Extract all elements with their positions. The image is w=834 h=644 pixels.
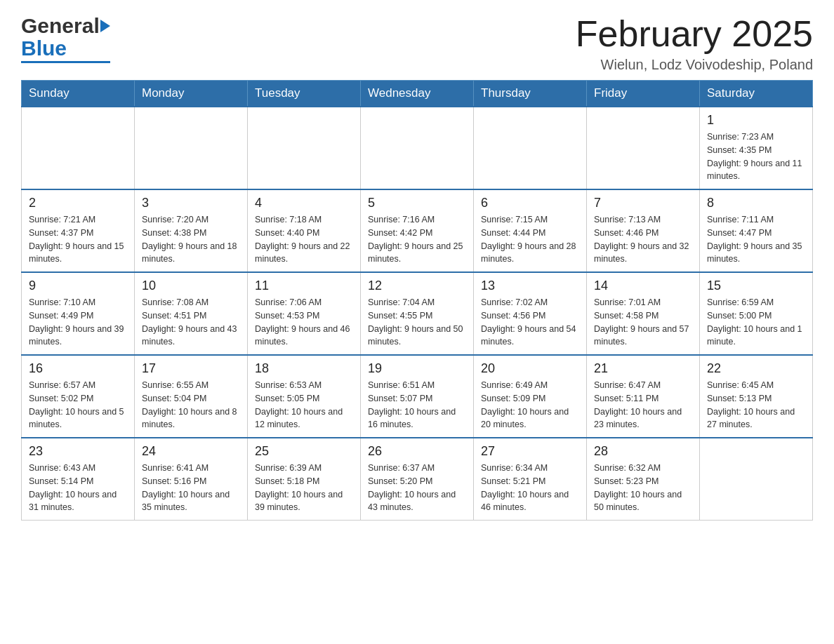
day-number: 13 bbox=[481, 279, 579, 293]
logo-general-text: General bbox=[21, 14, 100, 38]
calendar-day-cell: 3Sunrise: 7:20 AM Sunset: 4:38 PM Daylig… bbox=[135, 189, 248, 272]
month-title: February 2025 bbox=[576, 14, 813, 54]
day-info: Sunrise: 6:45 AM Sunset: 5:13 PM Dayligh… bbox=[707, 379, 805, 431]
day-number: 2 bbox=[29, 196, 127, 210]
calendar-day-cell bbox=[587, 107, 700, 189]
day-info: Sunrise: 7:04 AM Sunset: 4:55 PM Dayligh… bbox=[368, 296, 466, 349]
day-of-week-header: Thursday bbox=[474, 81, 587, 107]
day-of-week-header: Sunday bbox=[22, 81, 135, 107]
day-of-week-header: Friday bbox=[587, 81, 700, 107]
day-info: Sunrise: 7:13 AM Sunset: 4:46 PM Dayligh… bbox=[594, 213, 692, 266]
day-info: Sunrise: 6:39 AM Sunset: 5:18 PM Dayligh… bbox=[255, 462, 353, 514]
calendar-day-cell bbox=[22, 107, 135, 189]
calendar-day-cell: 12Sunrise: 7:04 AM Sunset: 4:55 PM Dayli… bbox=[361, 272, 474, 355]
calendar-day-cell: 11Sunrise: 7:06 AM Sunset: 4:53 PM Dayli… bbox=[248, 272, 361, 355]
day-info: Sunrise: 6:37 AM Sunset: 5:20 PM Dayligh… bbox=[368, 462, 466, 514]
day-number: 17 bbox=[142, 361, 240, 376]
day-number: 20 bbox=[481, 361, 579, 376]
day-number: 6 bbox=[481, 196, 579, 210]
day-info: Sunrise: 7:20 AM Sunset: 4:38 PM Dayligh… bbox=[142, 213, 240, 266]
day-number: 15 bbox=[707, 279, 805, 293]
calendar-day-cell: 23Sunrise: 6:43 AM Sunset: 5:14 PM Dayli… bbox=[22, 438, 135, 521]
calendar-day-cell: 9Sunrise: 7:10 AM Sunset: 4:49 PM Daylig… bbox=[22, 272, 135, 355]
day-number: 11 bbox=[255, 279, 353, 293]
calendar-day-cell: 15Sunrise: 6:59 AM Sunset: 5:00 PM Dayli… bbox=[700, 272, 813, 355]
calendar-day-cell: 19Sunrise: 6:51 AM Sunset: 5:07 PM Dayli… bbox=[361, 355, 474, 438]
logo-triangle-icon bbox=[100, 20, 110, 32]
calendar-week-row: 1Sunrise: 7:23 AM Sunset: 4:35 PM Daylig… bbox=[22, 107, 813, 189]
day-info: Sunrise: 7:06 AM Sunset: 4:53 PM Dayligh… bbox=[255, 296, 353, 349]
calendar-day-cell: 20Sunrise: 6:49 AM Sunset: 5:09 PM Dayli… bbox=[474, 355, 587, 438]
calendar-day-cell: 1Sunrise: 7:23 AM Sunset: 4:35 PM Daylig… bbox=[700, 107, 813, 189]
day-info: Sunrise: 7:18 AM Sunset: 4:40 PM Dayligh… bbox=[255, 213, 353, 266]
calendar-day-cell: 6Sunrise: 7:15 AM Sunset: 4:44 PM Daylig… bbox=[474, 189, 587, 272]
day-number: 14 bbox=[594, 279, 692, 293]
day-info: Sunrise: 7:01 AM Sunset: 4:58 PM Dayligh… bbox=[594, 296, 692, 349]
day-number: 16 bbox=[29, 361, 127, 376]
calendar-header-row: SundayMondayTuesdayWednesdayThursdayFrid… bbox=[22, 81, 813, 107]
page-header: General Blue February 2025 Wielun, Lodz … bbox=[21, 14, 813, 73]
calendar-week-row: 9Sunrise: 7:10 AM Sunset: 4:49 PM Daylig… bbox=[22, 272, 813, 355]
day-of-week-header: Saturday bbox=[700, 81, 813, 107]
day-number: 25 bbox=[255, 444, 353, 459]
calendar-day-cell: 22Sunrise: 6:45 AM Sunset: 5:13 PM Dayli… bbox=[700, 355, 813, 438]
day-info: Sunrise: 7:23 AM Sunset: 4:35 PM Dayligh… bbox=[707, 130, 805, 183]
calendar-day-cell: 5Sunrise: 7:16 AM Sunset: 4:42 PM Daylig… bbox=[361, 189, 474, 272]
logo-underline bbox=[21, 61, 110, 63]
day-info: Sunrise: 6:55 AM Sunset: 5:04 PM Dayligh… bbox=[142, 379, 240, 431]
day-info: Sunrise: 6:49 AM Sunset: 5:09 PM Dayligh… bbox=[481, 379, 579, 431]
day-number: 4 bbox=[255, 196, 353, 210]
day-number: 24 bbox=[142, 444, 240, 459]
calendar-day-cell: 27Sunrise: 6:34 AM Sunset: 5:21 PM Dayli… bbox=[474, 438, 587, 521]
calendar-day-cell: 10Sunrise: 7:08 AM Sunset: 4:51 PM Dayli… bbox=[135, 272, 248, 355]
day-number: 5 bbox=[368, 196, 466, 210]
day-info: Sunrise: 6:53 AM Sunset: 5:05 PM Dayligh… bbox=[255, 379, 353, 431]
calendar-day-cell bbox=[361, 107, 474, 189]
day-of-week-header: Wednesday bbox=[361, 81, 474, 107]
logo-blue-text: Blue bbox=[21, 36, 67, 60]
calendar-day-cell: 2Sunrise: 7:21 AM Sunset: 4:37 PM Daylig… bbox=[22, 189, 135, 272]
day-info: Sunrise: 7:11 AM Sunset: 4:47 PM Dayligh… bbox=[707, 213, 805, 266]
day-number: 19 bbox=[368, 361, 466, 376]
day-number: 12 bbox=[368, 279, 466, 293]
day-info: Sunrise: 6:41 AM Sunset: 5:16 PM Dayligh… bbox=[142, 462, 240, 514]
day-info: Sunrise: 7:15 AM Sunset: 4:44 PM Dayligh… bbox=[481, 213, 579, 266]
day-number: 18 bbox=[255, 361, 353, 376]
day-number: 21 bbox=[594, 361, 692, 376]
calendar-day-cell: 21Sunrise: 6:47 AM Sunset: 5:11 PM Dayli… bbox=[587, 355, 700, 438]
day-number: 28 bbox=[594, 444, 692, 459]
day-number: 10 bbox=[142, 279, 240, 293]
calendar-day-cell: 26Sunrise: 6:37 AM Sunset: 5:20 PM Dayli… bbox=[361, 438, 474, 521]
day-info: Sunrise: 6:59 AM Sunset: 5:00 PM Dayligh… bbox=[707, 296, 805, 349]
day-number: 1 bbox=[707, 113, 805, 128]
calendar-week-row: 23Sunrise: 6:43 AM Sunset: 5:14 PM Dayli… bbox=[22, 438, 813, 521]
location-subtitle: Wielun, Lodz Voivodeship, Poland bbox=[576, 57, 813, 73]
day-number: 7 bbox=[594, 196, 692, 210]
day-info: Sunrise: 6:47 AM Sunset: 5:11 PM Dayligh… bbox=[594, 379, 692, 431]
calendar-day-cell bbox=[474, 107, 587, 189]
day-number: 23 bbox=[29, 444, 127, 459]
calendar-day-cell: 13Sunrise: 7:02 AM Sunset: 4:56 PM Dayli… bbox=[474, 272, 587, 355]
day-info: Sunrise: 7:10 AM Sunset: 4:49 PM Dayligh… bbox=[29, 296, 127, 349]
day-info: Sunrise: 7:02 AM Sunset: 4:56 PM Dayligh… bbox=[481, 296, 579, 349]
day-number: 22 bbox=[707, 361, 805, 376]
day-number: 26 bbox=[368, 444, 466, 459]
day-info: Sunrise: 6:57 AM Sunset: 5:02 PM Dayligh… bbox=[29, 379, 127, 431]
title-area: February 2025 Wielun, Lodz Voivodeship, … bbox=[576, 14, 813, 73]
day-info: Sunrise: 7:16 AM Sunset: 4:42 PM Dayligh… bbox=[368, 213, 466, 266]
calendar-week-row: 16Sunrise: 6:57 AM Sunset: 5:02 PM Dayli… bbox=[22, 355, 813, 438]
calendar-day-cell: 8Sunrise: 7:11 AM Sunset: 4:47 PM Daylig… bbox=[700, 189, 813, 272]
calendar-week-row: 2Sunrise: 7:21 AM Sunset: 4:37 PM Daylig… bbox=[22, 189, 813, 272]
day-number: 8 bbox=[707, 196, 805, 210]
day-info: Sunrise: 7:08 AM Sunset: 4:51 PM Dayligh… bbox=[142, 296, 240, 349]
calendar-day-cell: 25Sunrise: 6:39 AM Sunset: 5:18 PM Dayli… bbox=[248, 438, 361, 521]
day-info: Sunrise: 7:21 AM Sunset: 4:37 PM Dayligh… bbox=[29, 213, 127, 266]
calendar-day-cell: 14Sunrise: 7:01 AM Sunset: 4:58 PM Dayli… bbox=[587, 272, 700, 355]
calendar-day-cell: 17Sunrise: 6:55 AM Sunset: 5:04 PM Dayli… bbox=[135, 355, 248, 438]
day-info: Sunrise: 6:32 AM Sunset: 5:23 PM Dayligh… bbox=[594, 462, 692, 514]
calendar-day-cell: 7Sunrise: 7:13 AM Sunset: 4:46 PM Daylig… bbox=[587, 189, 700, 272]
day-number: 27 bbox=[481, 444, 579, 459]
logo: General Blue bbox=[21, 14, 110, 63]
calendar-day-cell bbox=[135, 107, 248, 189]
calendar-day-cell: 4Sunrise: 7:18 AM Sunset: 4:40 PM Daylig… bbox=[248, 189, 361, 272]
